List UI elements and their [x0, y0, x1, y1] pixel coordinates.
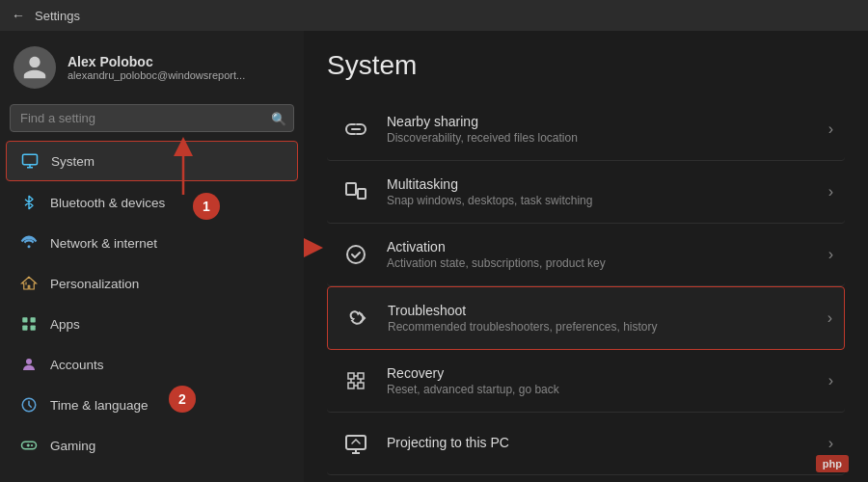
page-title: System — [327, 50, 845, 81]
setting-troubleshoot[interactable]: Troubleshoot Recommended troubleshooters… — [327, 286, 845, 350]
svg-rect-0 — [23, 154, 38, 165]
activation-chevron: › — [828, 246, 833, 263]
recovery-text: Recovery Reset, advanced startup, go bac… — [387, 365, 828, 396]
setting-nearby-sharing[interactable]: Nearby sharing Discoverability, received… — [327, 98, 845, 161]
svg-point-1 — [28, 245, 31, 248]
multitasking-desc: Snap windows, desktops, task switching — [387, 194, 828, 207]
sidebar-label-time: Time & language — [50, 398, 149, 413]
svg-rect-4 — [31, 317, 36, 322]
avatar — [14, 46, 56, 89]
sidebar-item-bluetooth[interactable]: Bluetooth & devices — [6, 183, 298, 222]
svg-point-15 — [347, 246, 365, 263]
activation-icon — [339, 237, 373, 272]
projecting-icon — [339, 426, 373, 461]
title-bar-label: Settings — [35, 9, 80, 23]
main-layout: Alex Poloboc alexandru_poloboc@windowsre… — [0, 31, 868, 482]
setting-activation[interactable]: Activation Activation state, subscriptio… — [327, 224, 845, 286]
nearby-sharing-name: Nearby sharing — [387, 114, 828, 129]
svg-rect-13 — [346, 183, 356, 195]
nearby-sharing-chevron: › — [828, 120, 833, 138]
user-name: Alex Poloboc — [68, 54, 245, 69]
svg-rect-14 — [358, 189, 366, 199]
network-icon — [19, 233, 39, 253]
projecting-name: Projecting to this PC — [387, 435, 828, 450]
troubleshoot-chevron: › — [827, 309, 832, 327]
user-email: alexandru_poloboc@windowsreport... — [68, 69, 245, 81]
activation-desc: Activation state, subscriptions, product… — [387, 256, 828, 270]
activation-name: Activation — [387, 239, 828, 254]
recovery-name: Recovery — [387, 365, 828, 381]
sidebar: Alex Poloboc alexandru_poloboc@windowsre… — [0, 31, 304, 482]
troubleshoot-name: Troubleshoot — [388, 303, 827, 318]
system-icon — [20, 151, 40, 171]
user-info: Alex Poloboc alexandru_poloboc@windowsre… — [68, 54, 245, 81]
search-input[interactable] — [10, 104, 294, 132]
back-button[interactable]: ← — [12, 8, 25, 23]
svg-rect-3 — [22, 317, 27, 322]
time-icon — [19, 395, 39, 415]
sidebar-label-accounts: Accounts — [50, 358, 104, 372]
sidebar-label-network: Network & internet — [50, 236, 157, 251]
svg-rect-5 — [22, 326, 27, 331]
sidebar-item-apps[interactable]: Apps — [6, 305, 298, 343]
activation-text: Activation Activation state, subscriptio… — [387, 239, 828, 270]
sidebar-item-system[interactable]: System — [6, 141, 298, 181]
annotation-arrow-2 — [304, 214, 323, 281]
svg-rect-6 — [31, 326, 36, 331]
sidebar-label-personalization: Personalization — [50, 277, 139, 291]
troubleshoot-desc: Recommended troubleshooters, preferences… — [388, 320, 827, 334]
sidebar-item-personalization[interactable]: Personalization — [6, 264, 298, 303]
search-bar: 🔍 — [10, 104, 294, 132]
setting-multitasking[interactable]: Multitasking Snap windows, desktops, tas… — [327, 161, 845, 224]
multitasking-icon — [339, 174, 373, 209]
svg-rect-16 — [346, 436, 366, 449]
settings-list: Nearby sharing Discoverability, received… — [327, 98, 845, 475]
svg-point-12 — [31, 444, 33, 446]
nearby-sharing-icon — [339, 112, 373, 147]
php-badge: php — [816, 455, 849, 472]
nearby-sharing-text: Nearby sharing Discoverability, received… — [387, 114, 828, 145]
sidebar-label-gaming: Gaming — [50, 439, 95, 453]
sidebar-item-gaming[interactable]: Gaming — [6, 426, 298, 465]
personalization-icon — [19, 274, 39, 293]
search-icon: 🔍 — [271, 111, 286, 125]
sidebar-item-time[interactable]: Time & language — [6, 386, 298, 424]
setting-recovery[interactable]: Recovery Reset, advanced startup, go bac… — [327, 350, 845, 413]
multitasking-name: Multitasking — [387, 176, 828, 192]
nearby-sharing-desc: Discoverability, received files location — [387, 131, 828, 145]
sidebar-item-accounts[interactable]: Accounts — [6, 345, 298, 384]
user-profile[interactable]: Alex Poloboc alexandru_poloboc@windowsre… — [0, 31, 304, 100]
projecting-chevron: › — [828, 435, 833, 452]
svg-point-7 — [26, 359, 32, 364]
title-bar: ← Settings — [0, 0, 868, 31]
sidebar-label-bluetooth: Bluetooth & devices — [50, 196, 165, 210]
accounts-icon — [19, 355, 39, 374]
troubleshoot-text: Troubleshoot Recommended troubleshooters… — [388, 303, 827, 334]
user-icon — [21, 54, 48, 81]
multitasking-text: Multitasking Snap windows, desktops, tas… — [387, 176, 828, 207]
recovery-icon — [339, 363, 373, 398]
projecting-text: Projecting to this PC — [387, 435, 828, 452]
sidebar-label-apps: Apps — [50, 317, 80, 332]
sidebar-label-system: System — [51, 154, 95, 169]
sidebar-item-network[interactable]: Network & internet — [6, 224, 298, 262]
content-area: System Nearby sharing Discoverability, r… — [304, 31, 868, 482]
gaming-icon — [19, 436, 39, 455]
recovery-chevron: › — [828, 372, 833, 389]
setting-projecting[interactable]: Projecting to this PC › — [327, 413, 845, 475]
recovery-desc: Reset, advanced startup, go back — [387, 383, 828, 396]
multitasking-chevron: › — [828, 183, 833, 201]
apps-icon — [19, 314, 39, 334]
bluetooth-icon — [19, 193, 39, 212]
troubleshoot-icon — [339, 301, 374, 335]
